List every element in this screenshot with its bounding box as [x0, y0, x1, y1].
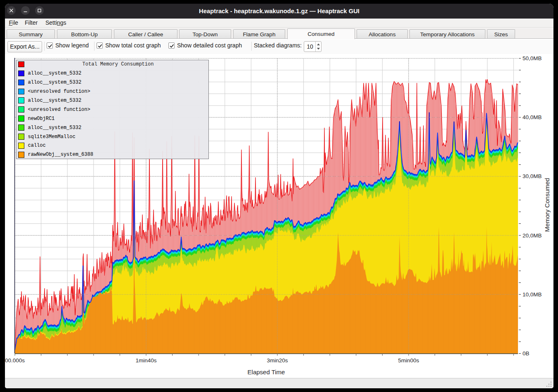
svg-text:Memory Consumed: Memory Consumed — [544, 178, 551, 232]
svg-text:5min00s: 5min00s — [398, 357, 419, 364]
svg-text:Elapsed Time: Elapsed Time — [248, 369, 285, 376]
svg-text:0B: 0B — [523, 350, 530, 357]
svg-text:40,0MB: 40,0MB — [523, 114, 542, 120]
svg-text:3min20s: 3min20s — [267, 357, 288, 364]
svg-text:1min40s: 1min40s — [135, 357, 156, 364]
svg-text:10,0MB: 10,0MB — [523, 291, 542, 298]
svg-text:50,0MB: 50,0MB — [523, 55, 542, 61]
svg-text:30,0MB: 30,0MB — [523, 173, 542, 179]
svg-text:00.000s: 00.000s — [5, 357, 25, 364]
svg-text:20,0MB: 20,0MB — [523, 232, 542, 239]
